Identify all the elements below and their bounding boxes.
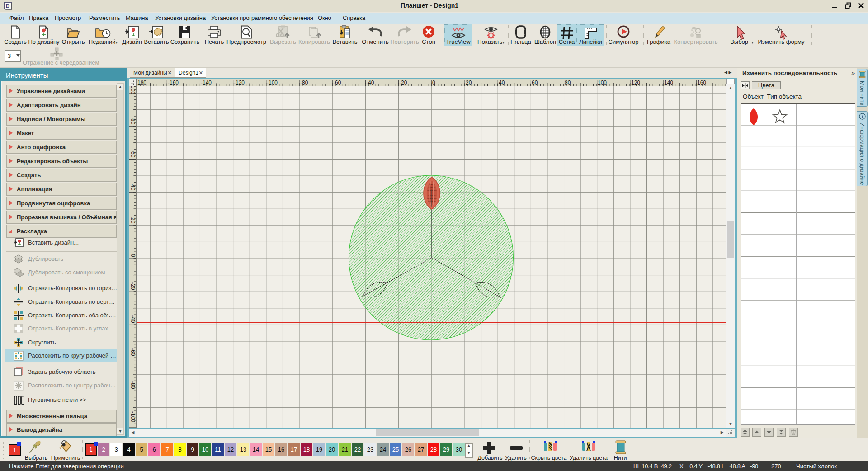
svg-text:D: D xyxy=(6,3,10,9)
svg-text:i: i xyxy=(862,114,863,119)
